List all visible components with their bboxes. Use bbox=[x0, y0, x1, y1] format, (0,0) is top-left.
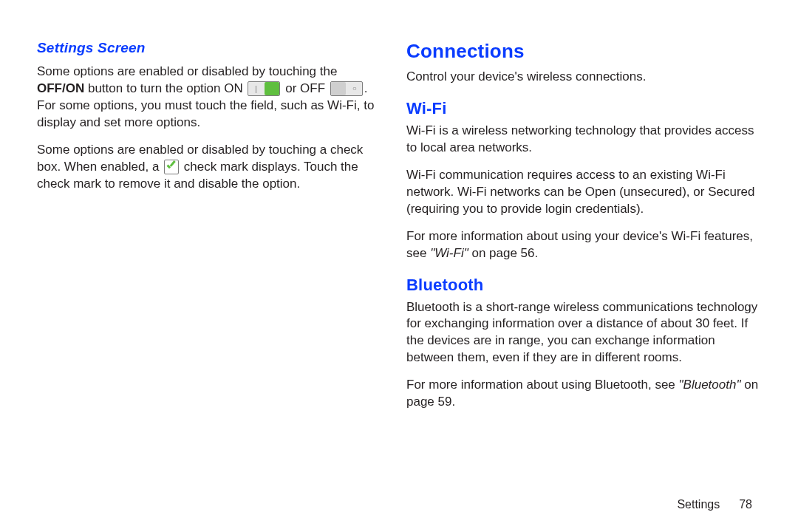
cross-reference: "Wi-Fi" bbox=[430, 246, 468, 260]
left-column: Settings Screen Some options are enabled… bbox=[37, 40, 399, 510]
text: For more information about using Bluetoo… bbox=[406, 378, 679, 392]
text: button to turn the option ON bbox=[84, 81, 246, 95]
toggle-on-icon bbox=[248, 81, 280, 96]
text: Some options are enabled or disabled by … bbox=[37, 64, 337, 78]
toggle-off-icon bbox=[330, 81, 363, 96]
heading-settings-screen: Settings Screen bbox=[37, 40, 383, 56]
heading-wifi: Wi-Fi bbox=[406, 99, 761, 118]
checkbox-checked-icon bbox=[164, 160, 179, 174]
footer-page-number: 78 bbox=[739, 498, 752, 511]
cross-reference: "Bluetooth" bbox=[679, 378, 741, 392]
paragraph: Some options are enabled or disabled by … bbox=[37, 64, 383, 132]
heading-connections: Connections bbox=[406, 40, 761, 63]
footer-section-label: Settings bbox=[677, 498, 720, 511]
paragraph: For more information about using Bluetoo… bbox=[406, 377, 761, 411]
right-column: Connections Control your device's wirele… bbox=[399, 40, 761, 510]
heading-bluetooth: Bluetooth bbox=[406, 276, 761, 295]
text: on page 56. bbox=[468, 246, 539, 260]
manual-page: Settings Screen Some options are enabled… bbox=[0, 0, 798, 532]
paragraph: For more information about using your de… bbox=[406, 228, 761, 262]
paragraph: Wi-Fi communication requires access to a… bbox=[406, 167, 761, 218]
text: or OFF bbox=[282, 81, 328, 95]
page-footer: Settings 78 bbox=[677, 498, 752, 511]
paragraph: Some options are enabled or disabled by … bbox=[37, 142, 383, 193]
paragraph: Wi-Fi is a wireless networking technolog… bbox=[406, 123, 761, 157]
paragraph: Bluetooth is a short-range wireless comm… bbox=[406, 299, 761, 367]
paragraph: Control your device's wireless connectio… bbox=[406, 69, 761, 86]
bold-text: OFF/ON bbox=[37, 81, 84, 95]
